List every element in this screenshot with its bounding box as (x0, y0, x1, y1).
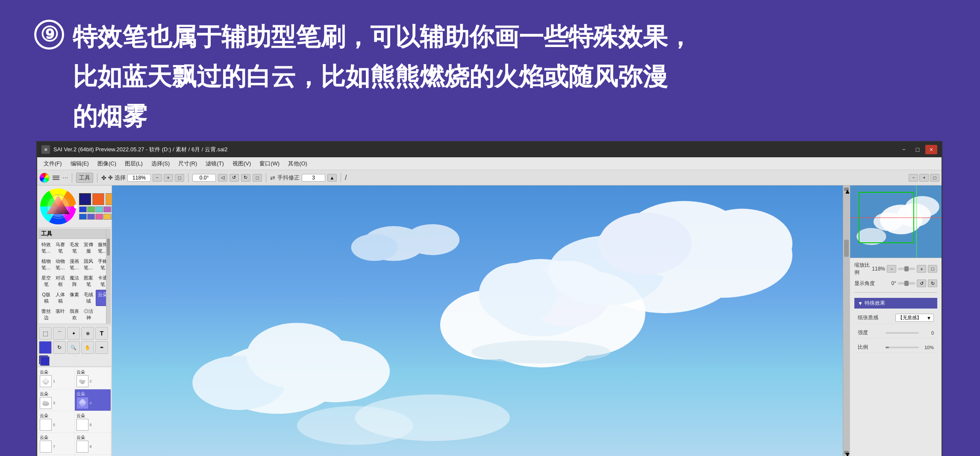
angle-rotate-btn2[interactable]: ↻ (928, 279, 937, 287)
minimap[interactable] (850, 185, 942, 258)
angle-minus-btn[interactable]: ◁ (218, 174, 227, 182)
foreground-color[interactable] (79, 193, 91, 205)
color-box-1[interactable] (39, 341, 52, 354)
move-tool[interactable]: ⊕ (81, 327, 94, 340)
magic-wand-tool[interactable]: ✦ (67, 327, 80, 340)
brush-item-cloud-8[interactable]: 云朵 8 (75, 433, 111, 454)
brush-item-cloud-3[interactable]: 云朵 3 (38, 389, 74, 411)
strength-slider[interactable] (886, 332, 919, 334)
zoom-minus-btn[interactable]: － (153, 174, 162, 182)
correction-plus-btn[interactable]: ▲ (327, 174, 337, 182)
lasso-tool[interactable]: ⌒ (53, 327, 66, 340)
angle-slider[interactable] (898, 282, 915, 285)
brush-item-cloud-5[interactable]: 云朵 5 (38, 411, 74, 432)
scrollbar-down-btn[interactable]: ▼ (844, 451, 849, 454)
correction-input[interactable]: 3 (302, 174, 325, 182)
zoom-square-btn[interactable]: □ (175, 174, 184, 182)
menu-image[interactable]: 图像(C) (93, 159, 121, 168)
tool-special-pen[interactable]: 特效笔… (39, 240, 53, 256)
swatch-purple[interactable] (103, 206, 111, 212)
color-box-2[interactable] (39, 355, 48, 365)
tool-hair-pen[interactable]: 毛发笔 (68, 240, 81, 256)
tool-magic-circle[interactable]: 魔法阵 (68, 273, 81, 289)
zoom-minus-right[interactable]: － (887, 265, 896, 273)
menu-select[interactable]: 选择(S) (147, 159, 174, 168)
tool-body-draft[interactable]: 人体稿 (53, 290, 67, 306)
scrollbar-up-btn[interactable]: ▲ (844, 188, 849, 191)
minimize-button[interactable]: － (898, 145, 910, 154)
brush-item-cloud-2[interactable]: 云朵 2 (75, 368, 111, 389)
title-bar-controls[interactable]: － □ × (898, 145, 937, 154)
swatch-blue2[interactable] (79, 214, 87, 220)
brush-item-cloud-7[interactable]: 云朵 7 (38, 433, 74, 454)
swatch-pink[interactable] (95, 214, 103, 220)
tool-chinese-pen[interactable]: 国风笔… (82, 256, 95, 273)
tb-extra-plus[interactable]: ＋ (919, 174, 929, 182)
angle-reset-btn2[interactable]: ↻ (241, 174, 250, 182)
tool-poster[interactable]: 宣傳服 (82, 240, 95, 256)
swatch-blue[interactable] (79, 206, 87, 212)
menu-layer[interactable]: 图层(L) (121, 159, 147, 168)
menu-view[interactable]: 视图(V) (228, 159, 255, 168)
ratio-slider[interactable] (886, 347, 919, 348)
swatch-gold[interactable] (103, 214, 111, 220)
background-color[interactable] (92, 193, 104, 205)
text-tool[interactable]: T (95, 327, 108, 340)
minimap-vline (916, 185, 917, 258)
zoom-sq-right[interactable]: □ (928, 265, 937, 273)
menu-size[interactable]: 尺寸(R) (174, 159, 201, 168)
menu-edit[interactable]: 编辑(E) (66, 159, 93, 168)
tool-fluffy[interactable]: 毛绒绒 (82, 290, 95, 306)
tool-animal-pen[interactable]: 动物笔… (53, 256, 67, 273)
zoom-input[interactable]: 118% (127, 174, 151, 182)
menu-other[interactable]: 其他(O) (284, 159, 312, 168)
zoom-plus-right[interactable]: ＋ (917, 265, 926, 273)
hand-tool[interactable]: ✋ (81, 341, 94, 354)
hamburger-icon[interactable] (51, 174, 61, 181)
angle-value: 0° (892, 280, 896, 286)
angle-reset-btn1[interactable]: ↺ (230, 174, 239, 182)
maximize-button[interactable]: □ (912, 145, 924, 154)
swatch-cyan[interactable] (95, 206, 103, 212)
paper-texture-dropdown[interactable]: 【无质感】 ▼ (895, 314, 934, 322)
tool-jie-shen[interactable]: ◎洁神 (82, 306, 95, 323)
tool-mosaic-pen[interactable]: 马赛笔 (53, 240, 67, 256)
tool-favorites[interactable]: 我喜欢 (68, 306, 81, 323)
tool-leaf[interactable]: 落叶 (53, 306, 67, 323)
tool-star-pen[interactable]: 星空笔 (39, 273, 53, 289)
rotate-tool[interactable]: ↻ (53, 341, 66, 354)
zoom-plus-btn[interactable]: ＋ (164, 174, 173, 182)
tool-pattern-pen[interactable]: 图案笔 (82, 273, 95, 289)
menu-window[interactable]: 窗口(W) (255, 159, 284, 168)
tool-manga-pen[interactable]: 漫画笔… (68, 256, 81, 273)
tb-extra-minus[interactable]: － (909, 174, 918, 182)
dots-icon[interactable]: ··· (62, 174, 68, 182)
brush-item-cloud-6[interactable]: 云朵 6 (75, 411, 111, 432)
tool-dialog[interactable]: 对话框 (53, 273, 67, 289)
eyedropper-tool[interactable]: ✒ (95, 341, 108, 354)
swatch-green[interactable] (87, 206, 95, 212)
tool-plant-pen[interactable]: 植物笔… (39, 256, 53, 273)
menu-file[interactable]: 文件(F) (39, 159, 66, 168)
canvas-scrollbar-v[interactable]: ▲ ▼ (843, 185, 850, 456)
zoom-slider[interactable] (898, 268, 915, 270)
color-wheel-icon[interactable] (39, 173, 50, 183)
tool-pixel[interactable]: 像素 (68, 290, 81, 306)
scrollbar-v-thumb[interactable] (844, 240, 849, 257)
zoom-tool[interactable]: 🔍 (67, 341, 80, 354)
tool-panel-scrollbar[interactable] (106, 229, 110, 324)
canvas-area[interactable]: ▲ ▼ (112, 185, 850, 456)
tool-lace[interactable]: 蕾丝边 (39, 306, 53, 323)
swatch-violet[interactable] (87, 214, 95, 220)
angle-input[interactable]: 0.0° (192, 174, 216, 182)
tool-q-draft[interactable]: Q版稿 (39, 290, 53, 306)
brush-item-cloud-1[interactable]: 云朵 1 (38, 368, 74, 389)
angle-rotate-btn[interactable]: ↺ (917, 279, 926, 287)
rect-select-tool[interactable]: ⬚ (39, 327, 52, 340)
menu-filter[interactable]: 滤镜(T) (201, 159, 228, 168)
close-button[interactable]: × (925, 145, 937, 154)
angle-square-btn[interactable]: □ (253, 174, 262, 182)
brush-item-cloud-4[interactable]: 云朵 4 (75, 389, 111, 411)
color-wheel-container[interactable] (39, 187, 77, 226)
tb-extra-sq[interactable]: □ (930, 174, 939, 182)
